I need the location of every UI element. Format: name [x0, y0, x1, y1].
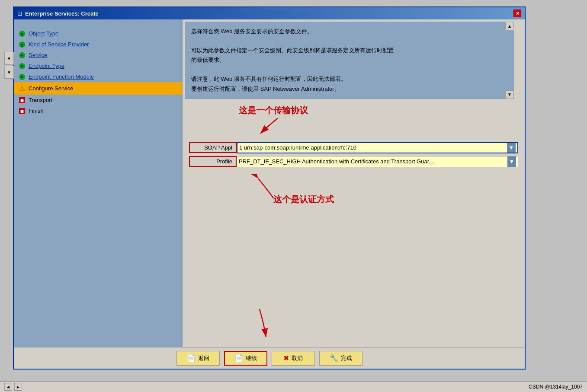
nav-label-finish: Finish	[29, 108, 44, 114]
nav-label-transport: Transport	[29, 97, 52, 103]
soap-appl-value: 1 urn:sap-com:soap:runtime:application:r…	[239, 144, 507, 151]
status-dot-configure: ⚠	[19, 84, 25, 92]
scroll-up-button[interactable]: ▲	[505, 22, 514, 30]
profile-select[interactable]: PRF_DT_IF_SEC_HIGH Authentication with C…	[237, 156, 518, 167]
info-line3: 的最低要求。	[191, 55, 507, 65]
nav-label-endpoint-type: Endpoint Type	[29, 63, 64, 69]
status-dot-service: ●	[19, 52, 25, 58]
title-bar: ⊡ Enterprise Services: Create ✕	[14, 7, 525, 19]
status-dot-finish: ■	[19, 108, 25, 114]
cancel-button[interactable]: ✖ 取消	[272, 351, 315, 366]
cancel-icon: ✖	[283, 354, 289, 362]
profile-dropdown-icon[interactable]: ▼	[507, 156, 516, 167]
nav-item-configure-service[interactable]: ⚠ Configure Service	[14, 82, 182, 95]
finish-button[interactable]: 🔧 完成	[319, 351, 362, 366]
info-line1: 选择符合您 Web 服务安全要求的安全参数文件。	[191, 27, 507, 36]
button-bar: 📄 返回 📄 继续 ✖ 取消 🔧 完成	[14, 347, 525, 369]
scroll-down-button[interactable]: ▼	[505, 90, 514, 99]
left-tabs-area: ▼ ▼	[4, 52, 14, 79]
left-tab-1[interactable]: ▼	[4, 52, 14, 65]
continue-icon: 📄	[234, 354, 243, 362]
status-dot-endpoint-func: ●	[19, 74, 25, 80]
nav-label-service: Service	[29, 52, 47, 58]
window-title: Enterprise Services: Create	[25, 10, 99, 17]
finish-icon: 🔧	[330, 354, 338, 362]
status-dot-kind: ●	[19, 41, 25, 48]
soap-appl-label: SOAP Appl	[189, 142, 237, 153]
info-box: 选择符合您 Web 服务安全要求的安全参数文件。 可以为此参数文件指定一个安全级…	[185, 22, 514, 99]
nav-label-kind: Kind of Service Provider	[29, 41, 89, 48]
nav-label-endpoint-func: Endpoint Function Module	[29, 73, 94, 80]
status-dot-transport: ■	[19, 97, 25, 103]
form-area: SOAP Appl 1 urn:sap-com:soap:runtime:app…	[183, 140, 525, 172]
nav-item-transport[interactable]: ■ Transport	[14, 95, 182, 105]
continue-label: 继续	[246, 354, 257, 362]
annotation1-text: 这是一个传输协议	[239, 105, 308, 116]
nav-item-service[interactable]: ● Service	[14, 50, 182, 61]
nav-item-finish[interactable]: ■ Finish	[14, 105, 182, 116]
left-sidebar: ● Object Type ● Kind of Service Provider…	[14, 19, 183, 347]
credit-text: CSDN @1314lay_1007	[529, 384, 583, 390]
back-button[interactable]: 📄 返回	[176, 351, 220, 366]
right-panel: 选择符合您 Web 服务安全要求的安全参数文件。 可以为此参数文件指定一个安全级…	[183, 19, 525, 347]
left-tab-2[interactable]: ▼	[4, 66, 14, 79]
soap-appl-select[interactable]: 1 urn:sap-com:soap:runtime:application:r…	[237, 142, 518, 153]
nav-label-configure: Configure Service	[29, 85, 73, 92]
back-icon: 📄	[187, 354, 196, 362]
status-dot-object-type: ●	[19, 31, 25, 37]
cancel-label: 取消	[292, 354, 303, 362]
nav-next-button[interactable]: ►	[14, 383, 22, 391]
nav-item-object-type[interactable]: ● Object Type	[14, 28, 182, 39]
profile-label: Profile	[189, 156, 237, 167]
nav-label-object-type: Object Type	[29, 30, 58, 37]
finish-label: 完成	[341, 354, 352, 362]
profile-value: PRF_DT_IF_SEC_HIGH Authentication with C…	[239, 158, 507, 165]
main-content: ● Object Type ● Kind of Service Provider…	[14, 19, 525, 347]
continue-button[interactable]: 📄 继续	[224, 351, 267, 366]
info-line2: 可以为此参数文件指定一个安全级别。此安全级别将是该服务定义所有运行时配置	[191, 46, 507, 55]
status-dot-endpoint-type: ●	[19, 63, 25, 69]
status-nav: ◄ ►	[4, 383, 22, 391]
nav-item-kind-of-service-provider[interactable]: ● Kind of Service Provider	[14, 39, 182, 50]
window-icon: ⊡	[17, 10, 22, 17]
soap-appl-dropdown-icon[interactable]: ▼	[507, 143, 516, 153]
annotation1-arrow	[252, 116, 295, 138]
nav-item-endpoint-type[interactable]: ● Endpoint Type	[14, 61, 182, 71]
back-label: 返回	[198, 354, 209, 362]
nav-item-endpoint-function-module[interactable]: ● Endpoint Function Module	[14, 71, 182, 82]
info-line4: 请注意，此 Web 服务不具有任何运行时配置，因此无法部署。	[191, 74, 507, 84]
profile-row: Profile PRF_DT_IF_SEC_HIGH Authenticatio…	[189, 156, 518, 167]
status-bar: ◄ ► CSDN @1314lay_1007	[0, 381, 587, 392]
nav-prev-button[interactable]: ◄	[4, 383, 12, 391]
soap-appl-row: SOAP Appl 1 urn:sap-com:soap:runtime:app…	[189, 142, 518, 153]
main-dialog: ⊡ Enterprise Services: Create ✕ ● Object…	[13, 6, 526, 370]
close-button[interactable]: ✕	[513, 10, 521, 17]
info-line5: 要创建运行时配置，请使用 SAP Netweaver Administrator…	[191, 84, 507, 94]
annotation2-text: 这个是认证方式	[273, 194, 334, 205]
